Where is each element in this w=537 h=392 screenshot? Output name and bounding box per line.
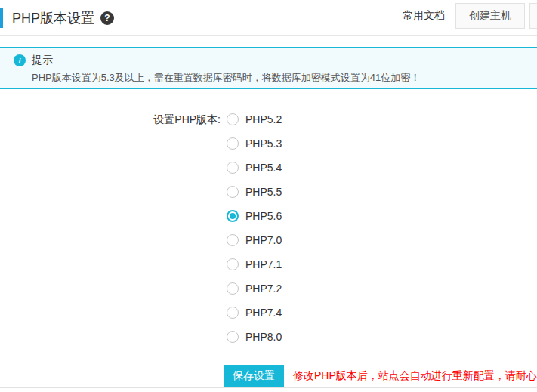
radio-icon[interactable] <box>227 331 239 343</box>
radio-icon[interactable] <box>227 307 239 319</box>
notice-text: PHP版本设置为5.3及以上，需在重置数据库密码时，将数据库加密模式设置为41位… <box>14 71 523 85</box>
radio-icon[interactable] <box>227 113 239 125</box>
radio-option-label: PHP5.2 <box>245 113 282 125</box>
notice-box: i 提示 PHP版本设置为5.3及以上，需在重置数据库密码时，将数据库加密模式设… <box>0 47 537 89</box>
title-wrap: PHP版本设置 ? <box>0 0 114 35</box>
php-version-option-php7-2[interactable]: PHP7.2 <box>227 276 282 301</box>
php-version-form: 设置PHP版本: PHP5.2PHP5.3PHP5.4PHP5.5PHP5.6P… <box>0 107 537 387</box>
page-title: PHP版本设置 <box>12 9 94 27</box>
radio-option-label: PHP7.1 <box>245 258 282 270</box>
php-version-option-php5-3[interactable]: PHP5.3 <box>227 131 282 156</box>
php-version-settings-page: PHP版本设置 ? 常用文档 创建主机 i 提示 PHP版本设置为5.3及以上，… <box>0 0 537 392</box>
create-host-button[interactable]: 创建主机 <box>455 3 525 29</box>
radio-icon[interactable] <box>227 258 239 270</box>
radio-icon[interactable] <box>227 234 239 246</box>
radio-option-label: PHP8.0 <box>245 331 282 343</box>
php-version-option-php5-2[interactable]: PHP5.2 <box>227 107 282 131</box>
info-icon: i <box>14 54 26 66</box>
radio-icon[interactable] <box>227 186 239 198</box>
php-version-radio-group: PHP5.2PHP5.3PHP5.4PHP5.5PHP5.6PHP7.0PHP7… <box>227 107 282 349</box>
title-accent-bar <box>0 8 3 28</box>
form-row: 设置PHP版本: PHP5.2PHP5.3PHP5.4PHP5.5PHP5.6P… <box>0 107 537 349</box>
radio-option-label: PHP7.0 <box>245 234 282 246</box>
php-version-option-php7-4[interactable]: PHP7.4 <box>227 301 282 325</box>
notice-title: 提示 <box>32 54 53 67</box>
radio-icon[interactable] <box>227 282 239 295</box>
action-row: 保存设置 修改PHP版本后，站点会自动进行重新配置，请耐心等待。 <box>0 365 537 387</box>
header-actions: 常用文档 创建主机 <box>403 3 537 29</box>
radio-option-label: PHP5.6 <box>245 210 282 222</box>
php-version-label: 设置PHP版本: <box>0 107 221 131</box>
radio-selected-icon[interactable] <box>227 210 239 222</box>
reconfigure-warning-text: 修改PHP版本后，站点会自动进行重新配置，请耐心等待。 <box>293 369 537 383</box>
notice-title-row: i 提示 <box>14 54 523 67</box>
cutoff-edge-button[interactable] <box>529 3 537 29</box>
php-version-option-php5-6[interactable]: PHP5.6 <box>227 204 282 228</box>
radio-icon[interactable] <box>227 162 239 174</box>
php-version-option-php5-5[interactable]: PHP5.5 <box>227 180 282 204</box>
save-settings-button[interactable]: 保存设置 <box>224 365 284 387</box>
radio-option-label: PHP5.5 <box>245 186 282 198</box>
radio-icon[interactable] <box>227 137 239 150</box>
php-version-option-php7-0[interactable]: PHP7.0 <box>227 228 282 252</box>
page-header: PHP版本设置 ? 常用文档 创建主机 <box>0 0 537 36</box>
radio-option-label: PHP7.2 <box>245 282 282 295</box>
php-version-option-php8-0[interactable]: PHP8.0 <box>227 325 282 349</box>
help-icon[interactable]: ? <box>100 11 114 25</box>
bottom-divider <box>0 387 537 388</box>
php-version-option-php7-1[interactable]: PHP7.1 <box>227 252 282 276</box>
common-docs-link[interactable]: 常用文档 <box>403 9 445 23</box>
radio-option-label: PHP5.3 <box>245 137 282 150</box>
radio-option-label: PHP7.4 <box>245 307 282 319</box>
radio-option-label: PHP5.4 <box>245 162 282 174</box>
php-version-option-php5-4[interactable]: PHP5.4 <box>227 156 282 180</box>
